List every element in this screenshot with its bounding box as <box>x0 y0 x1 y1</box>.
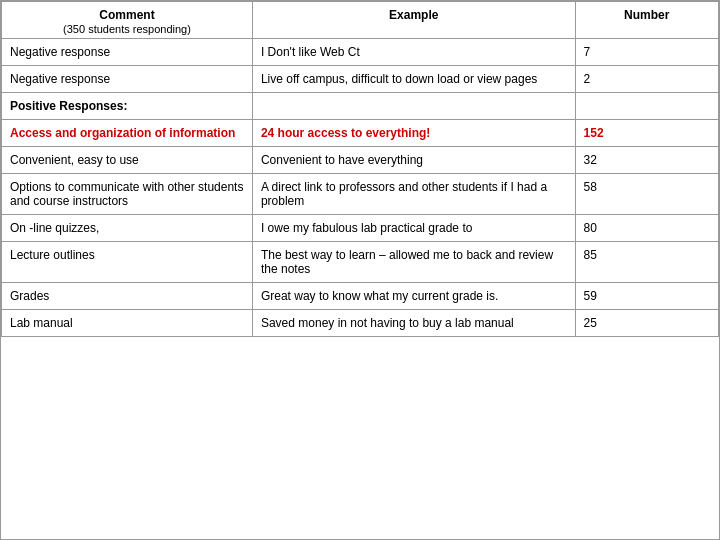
row-access-comment: Access and organization of information <box>2 120 253 147</box>
row-lecture-example: The best way to learn – allowed me to ba… <box>252 242 575 283</box>
comment-header-label: Comment <box>99 8 154 22</box>
row-options-example: A direct link to professors and other st… <box>252 174 575 215</box>
row-lecture-comment: Lecture outlines <box>2 242 253 283</box>
table-row: Lecture outlinesThe best way to learn – … <box>2 242 719 283</box>
row-options-number: 58 <box>575 174 718 215</box>
row-grades-comment: Grades <box>2 283 253 310</box>
number-header: Number <box>575 2 718 39</box>
row-neg2-example: Live off campus, difficult to down load … <box>252 66 575 93</box>
example-header: Example <box>252 2 575 39</box>
row-lab-number: 25 <box>575 310 718 337</box>
table-row: Positive Responses: <box>2 93 719 120</box>
table-header-row: Comment (350 students responding) Exampl… <box>2 2 719 39</box>
table-row: On -line quizzes,I owe my fabulous lab p… <box>2 215 719 242</box>
row-access-example: 24 hour access to everything! <box>252 120 575 147</box>
table-row: Options to communicate with other studen… <box>2 174 719 215</box>
row-neg1-label-number: 7 <box>575 39 718 66</box>
row-neg2-number: 2 <box>575 66 718 93</box>
table-row: Convenient, easy to useConvenient to hav… <box>2 147 719 174</box>
row-convenient-example: Convenient to have everything <box>252 147 575 174</box>
row-online-comment: On -line quizzes, <box>2 215 253 242</box>
row-lab-example: Saved money in not having to buy a lab m… <box>252 310 575 337</box>
table-row: Negative responseI Don't like Web Ct7 <box>2 39 719 66</box>
table-row: Access and organization of information24… <box>2 120 719 147</box>
row-online-example: I owe my fabulous lab practical grade to <box>252 215 575 242</box>
table-row: GradesGreat way to know what my current … <box>2 283 719 310</box>
row-positive-header-number <box>575 93 718 120</box>
row-positive-header-comment: Positive Responses: <box>2 93 253 120</box>
data-table: Comment (350 students responding) Exampl… <box>1 1 719 337</box>
row-neg1-label-comment: Negative response <box>2 39 253 66</box>
table-body: Negative responseI Don't like Web Ct7Neg… <box>2 39 719 337</box>
comment-header: Comment (350 students responding) <box>2 2 253 39</box>
row-lab-comment: Lab manual <box>2 310 253 337</box>
row-online-number: 80 <box>575 215 718 242</box>
row-grades-example: Great way to know what my current grade … <box>252 283 575 310</box>
row-neg1-label-example: I Don't like Web Ct <box>252 39 575 66</box>
number-header-label: Number <box>624 8 669 22</box>
row-access-number: 152 <box>575 120 718 147</box>
row-lecture-number: 85 <box>575 242 718 283</box>
row-positive-header-example <box>252 93 575 120</box>
row-grades-number: 59 <box>575 283 718 310</box>
table-row: Lab manualSaved money in not having to b… <box>2 310 719 337</box>
example-header-label: Example <box>389 8 438 22</box>
header-sub-label: (350 students responding) <box>63 23 191 35</box>
row-convenient-comment: Convenient, easy to use <box>2 147 253 174</box>
row-options-comment: Options to communicate with other studen… <box>2 174 253 215</box>
main-table-container: Comment (350 students responding) Exampl… <box>0 0 720 540</box>
table-row: Negative responseLive off campus, diffic… <box>2 66 719 93</box>
row-neg2-comment: Negative response <box>2 66 253 93</box>
row-convenient-number: 32 <box>575 147 718 174</box>
